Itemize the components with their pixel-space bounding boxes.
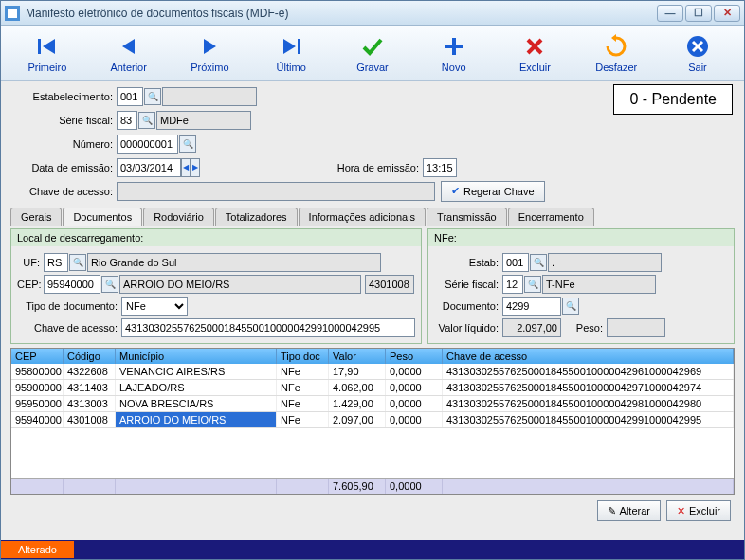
first-button[interactable]: Primeiro: [9, 33, 85, 73]
minimize-button[interactable]: —: [657, 5, 683, 22]
cep-label: CEP:: [17, 279, 44, 290]
col-header[interactable]: CEP: [11, 349, 64, 364]
next-icon: [196, 33, 223, 60]
serie-lookup[interactable]: 🔍: [138, 112, 155, 129]
tab-informa-es-adicionais[interactable]: Informações adicionais: [299, 208, 427, 226]
svg-rect-1: [8, 9, 17, 18]
documents-grid: CEPCódigoMunicípioTipo docValorPesoChave…: [10, 348, 735, 495]
col-header[interactable]: Valor: [329, 349, 386, 364]
uf-input[interactable]: [44, 253, 68, 272]
maximize-button[interactable]: ☐: [685, 5, 712, 22]
nfe-doc-label: Documento:: [434, 300, 502, 312]
date-prev[interactable]: ◀: [181, 158, 191, 177]
tab-gerais[interactable]: Gerais: [10, 208, 62, 226]
uf-label: UF:: [17, 257, 44, 268]
uf-lookup[interactable]: 🔍: [69, 254, 86, 271]
exit-icon: [684, 33, 711, 60]
chave-input: [117, 182, 435, 201]
tabs: GeraisDocumentosRodoviárioTotalizadoresI…: [10, 207, 735, 226]
nfe-estab-label: Estab:: [434, 257, 502, 268]
chave-label: Chave de acesso:: [10, 186, 117, 197]
status-alterado: Alterado: [1, 541, 74, 558]
table-row[interactable]: 958000004322608VENANCIO AIRES/RSNFe17,90…: [11, 364, 734, 380]
tipodoc-select[interactable]: NFe: [121, 297, 188, 316]
svg-marker-4: [122, 39, 135, 54]
serie-label: Série fiscal:: [10, 115, 117, 126]
save-button[interactable]: Gravar: [335, 33, 410, 73]
table-row[interactable]: 959400004301008ARROIO DO MEIO/RSNFe2.097…: [11, 412, 734, 428]
serie-desc: [156, 111, 251, 130]
hora-input[interactable]: [423, 158, 457, 177]
tab-encerramento[interactable]: Encerramento: [508, 208, 594, 226]
chave2-label: Chave de acesso:: [17, 322, 121, 334]
undo-button[interactable]: Desfazer: [578, 33, 654, 73]
cep-desc: [119, 275, 361, 294]
cep-lookup[interactable]: 🔍: [101, 276, 118, 293]
grid-footer: 7.605,90 0,0000: [11, 478, 734, 494]
app-icon: [5, 6, 20, 21]
local-group: Local de descarregamento: UF:🔍 CEP:🔍 Tip…: [10, 228, 422, 344]
uf-desc: [87, 253, 381, 272]
col-header[interactable]: Peso: [386, 349, 443, 364]
nfe-group-title: NFe:: [428, 229, 734, 246]
nfe-estab-desc: [548, 253, 662, 272]
svg-marker-6: [283, 39, 296, 54]
exit-button[interactable]: Sair: [660, 33, 736, 73]
nfe-valor-input: [502, 318, 561, 337]
nfe-estab-lookup[interactable]: 🔍: [530, 254, 547, 271]
svg-marker-5: [204, 39, 216, 54]
data-input[interactable]: [117, 158, 181, 177]
excluir-row-button[interactable]: ✕Excluir: [666, 500, 731, 521]
nfe-serie-lookup[interactable]: 🔍: [524, 276, 541, 293]
main-window: Manifesto eletrônico de documentos fisca…: [0, 0, 745, 560]
numero-input[interactable]: [117, 135, 178, 154]
delete-button[interactable]: Excluir: [497, 33, 572, 73]
table-row[interactable]: 959000004311403LAJEADO/RSNFe4.062,000,00…: [11, 380, 734, 396]
last-button[interactable]: Último: [253, 33, 329, 73]
numero-lookup[interactable]: 🔍: [179, 135, 196, 153]
serie-input[interactable]: [117, 111, 137, 130]
tab-documentos[interactable]: Documentos: [63, 208, 142, 226]
footer-valor: 7.605,90: [329, 479, 386, 494]
chave2-input[interactable]: [121, 318, 415, 337]
grid-body[interactable]: 958000004322608VENANCIO AIRES/RSNFe17,90…: [11, 364, 734, 478]
estab-label: Estabelecimento:: [10, 91, 117, 102]
nfe-estab-input[interactable]: [502, 253, 529, 272]
col-header[interactable]: Tipo doc: [277, 349, 329, 364]
toolbar: Primeiro Anterior Próximo Último Gravar …: [1, 26, 744, 81]
content-area: 0 - Pendente Estabelecimento:🔍 Série fis…: [1, 81, 744, 540]
nfe-doc-input[interactable]: [502, 297, 561, 316]
col-header[interactable]: Município: [116, 349, 277, 364]
svg-rect-9: [445, 45, 463, 48]
window-title: Manifesto eletrônico de documentos fisca…: [26, 7, 657, 20]
prev-button[interactable]: Anterior: [91, 33, 167, 73]
estab-input[interactable]: [117, 87, 143, 106]
tab-rodovi-rio[interactable]: Rodoviário: [143, 208, 214, 226]
data-label: Data de emissão:: [10, 162, 117, 173]
undo-icon: [603, 33, 629, 60]
last-icon: [278, 33, 304, 60]
nfe-serie-input[interactable]: [502, 275, 523, 294]
tab-totalizadores[interactable]: Totalizadores: [215, 208, 298, 226]
nfe-group: NFe: Estab:🔍 Série fiscal:🔍 Documento:🔍 …: [427, 228, 735, 344]
plus-icon: [441, 33, 467, 60]
alterar-button[interactable]: ✎Alterar: [597, 500, 661, 521]
close-button[interactable]: ✕: [714, 5, 740, 22]
col-header[interactable]: Código: [64, 349, 116, 364]
date-next[interactable]: ▶: [191, 158, 200, 177]
cep-input[interactable]: [44, 275, 100, 294]
x-small-icon: ✕: [677, 505, 685, 517]
estab-lookup[interactable]: 🔍: [144, 88, 161, 105]
nfe-doc-lookup[interactable]: 🔍: [562, 298, 579, 315]
tab-transmiss-o[interactable]: Transmissão: [427, 208, 507, 226]
next-button[interactable]: Próximo: [172, 33, 247, 73]
regerar-button[interactable]: ✔Regerar Chave: [441, 181, 545, 202]
statusbar: Alterado: [1, 540, 744, 559]
col-header[interactable]: Chave de acesso: [443, 349, 734, 364]
table-row[interactable]: 959500004313003NOVA BRESCIA/RSNFe1.429,0…: [11, 396, 734, 412]
estab-desc: [162, 87, 257, 106]
footer-peso: 0,0000: [386, 479, 443, 494]
first-icon: [34, 33, 61, 60]
new-button[interactable]: Novo: [416, 33, 492, 73]
nfe-peso-input: [607, 318, 665, 337]
